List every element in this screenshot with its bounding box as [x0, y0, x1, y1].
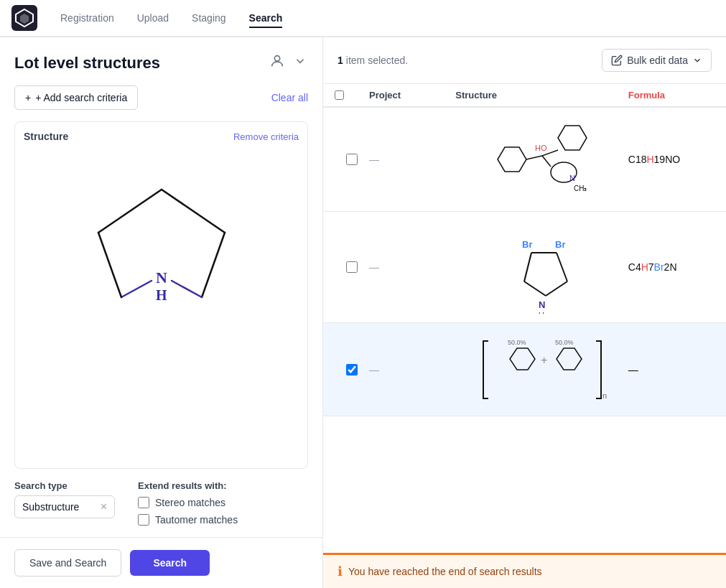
- search-type-select[interactable]: Substructure ×: [14, 495, 115, 518]
- header-icons: [268, 52, 308, 74]
- tautomer-matches-row: Tautomer matches: [138, 514, 238, 526]
- svg-text:50.0%: 50.0%: [555, 339, 574, 346]
- app-logo: [11, 5, 37, 31]
- svg-line-23: [546, 281, 567, 296]
- svg-text:+: +: [541, 354, 547, 366]
- select-all-checkbox[interactable]: [335, 90, 344, 100]
- row-1-formula: C18H19NO: [628, 154, 715, 165]
- selected-count: 1: [338, 55, 343, 66]
- add-criteria-button[interactable]: + + Add search criteria: [14, 85, 138, 110]
- top-nav: Registration Upload Staging Search: [0, 0, 726, 37]
- header-project: Project: [369, 90, 455, 101]
- row-3-project: —: [369, 364, 455, 375]
- row-2-checkbox[interactable]: [346, 261, 358, 273]
- selected-text: item selected.: [346, 55, 408, 66]
- bulk-edit-label: Bulk edit data: [627, 55, 688, 66]
- table-row: — Br Br N H: [323, 212, 726, 323]
- nav-upload[interactable]: Upload: [137, 9, 169, 27]
- row-1-project: —: [369, 154, 455, 165]
- svg-marker-33: [557, 348, 582, 370]
- save-search-button[interactable]: Save and Search: [14, 549, 121, 577]
- svg-text:50.0%: 50.0%: [508, 339, 526, 346]
- remove-criteria-button[interactable]: Remove criteria: [233, 131, 299, 142]
- row-checkbox-1: [335, 154, 369, 165]
- nav-staging[interactable]: Staging: [192, 9, 225, 27]
- svg-line-6: [172, 281, 202, 297]
- main-layout: Lot level structures + + Add sear: [0, 37, 726, 588]
- end-of-results: ℹ You have reached the end of search res…: [323, 553, 726, 588]
- svg-text:n: n: [602, 391, 607, 400]
- row-3-checkbox[interactable]: [346, 364, 358, 375]
- pencil-icon: [611, 55, 623, 66]
- row-1-checkbox[interactable]: [346, 154, 358, 165]
- nav-search[interactable]: Search: [249, 9, 283, 28]
- stereo-checkbox[interactable]: [138, 497, 149, 508]
- bottom-actions: Save and Search Search: [0, 537, 322, 588]
- bulk-edit-button[interactable]: Bulk edit data: [602, 49, 712, 72]
- extend-label: Extend results with:: [138, 480, 238, 491]
- search-type-section: Search type Substructure × Extend result…: [0, 469, 322, 537]
- info-icon: ℹ: [338, 564, 343, 579]
- select-clear-icon[interactable]: ×: [101, 500, 107, 513]
- right-panel: 1 item selected. Bulk edit data Pr: [323, 37, 726, 588]
- svg-text:N: N: [156, 269, 167, 286]
- structure-panel: Structure Remove criteria: [14, 121, 308, 469]
- person-icon-btn[interactable]: [268, 52, 287, 74]
- svg-line-9: [98, 190, 162, 233]
- row-2-structure: Br Br N H: [455, 220, 628, 314]
- row-2-project: —: [369, 261, 455, 273]
- table-row: — HO: [323, 108, 726, 212]
- svg-text:Br: Br: [555, 239, 565, 250]
- svg-text:H: H: [156, 287, 167, 303]
- row-3-structure: 50.0% + 50.0% n: [455, 334, 628, 406]
- svg-marker-30: [510, 348, 535, 370]
- structure-label: Structure: [24, 131, 68, 142]
- add-criteria-label: + Add search criteria: [35, 92, 127, 103]
- svg-text:N: N: [569, 174, 575, 182]
- table-header: Project Structure Formula: [323, 84, 726, 108]
- svg-line-17: [542, 156, 551, 167]
- row-2-formula: C4H7Br2N: [628, 261, 715, 273]
- chevron-down-icon-btn[interactable]: [292, 53, 308, 73]
- svg-line-5: [202, 233, 225, 297]
- results-table: Project Structure Formula —: [323, 84, 726, 553]
- svg-marker-12: [498, 147, 526, 172]
- search-button[interactable]: Search: [130, 550, 210, 576]
- svg-point-3: [274, 56, 279, 61]
- search-type-group: Search type Substructure ×: [14, 480, 115, 518]
- row-3-formula: —: [628, 364, 715, 375]
- svg-text:HO: HO: [535, 144, 547, 152]
- molecule-canvas: N H: [24, 148, 299, 349]
- svg-line-24: [524, 281, 546, 296]
- tautomer-checkbox[interactable]: [138, 514, 149, 526]
- chevron-down-icon: [692, 55, 702, 65]
- header-structure: Structure: [455, 90, 628, 101]
- page-title: Lot level structures: [14, 54, 160, 73]
- structure-header: Structure Remove criteria: [24, 131, 299, 142]
- svg-text:Br: Br: [522, 239, 532, 250]
- nav-registration[interactable]: Registration: [60, 9, 114, 27]
- stereo-matches-row: Stereo matches: [138, 497, 238, 508]
- svg-line-25: [524, 253, 531, 281]
- svg-text:CH₃: CH₃: [574, 185, 587, 192]
- selected-info: 1 item selected.: [338, 55, 408, 66]
- row-checkbox-2: [335, 261, 369, 273]
- svg-line-4: [162, 190, 225, 233]
- stereo-label[interactable]: Stereo matches: [155, 497, 225, 508]
- search-type-label: Search type: [14, 480, 115, 491]
- svg-line-8: [98, 233, 121, 297]
- tautomer-label[interactable]: Tautomer matches: [155, 514, 238, 526]
- extend-group: Extend results with: Stereo matches Taut…: [138, 480, 238, 526]
- svg-line-22: [557, 253, 567, 281]
- left-header: Lot level structures: [0, 37, 322, 85]
- clear-all-button[interactable]: Clear all: [271, 92, 308, 103]
- svg-line-7: [121, 281, 152, 297]
- plus-icon: +: [25, 92, 31, 103]
- svg-text:N: N: [539, 299, 545, 310]
- table-row: — 50.0% + 50.0%: [323, 323, 726, 416]
- svg-marker-13: [558, 126, 587, 150]
- search-type-value: Substructure: [22, 501, 79, 513]
- svg-line-15: [526, 156, 542, 159]
- row-1-structure: HO N CH₃: [455, 116, 628, 202]
- end-message: You have reached the end of search resul…: [348, 566, 542, 577]
